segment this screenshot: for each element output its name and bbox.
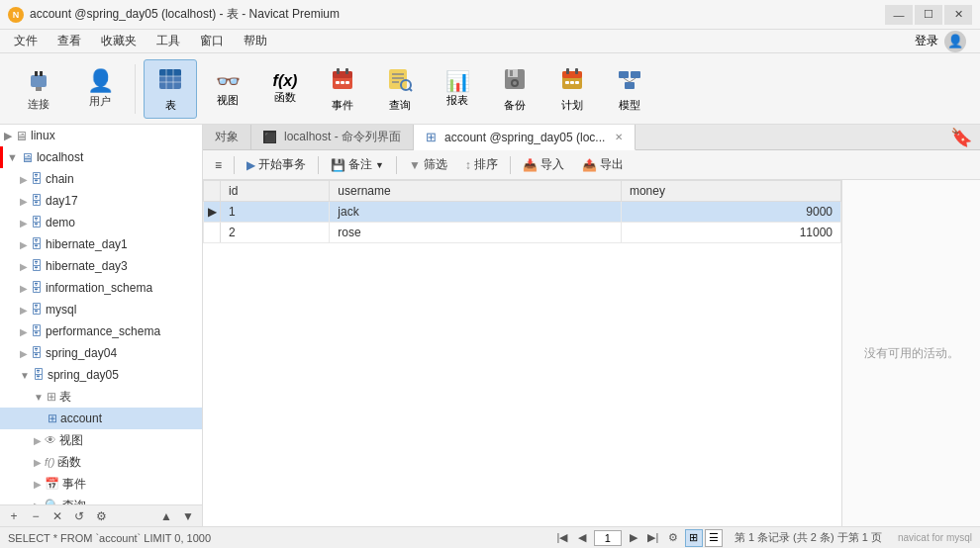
sidebar-item-hibernate-day1[interactable]: ▶ 🗄 hibernate_day1 xyxy=(0,233,202,255)
table-button[interactable]: 表 xyxy=(144,59,197,119)
remove-item-button[interactable]: − xyxy=(26,507,46,525)
last-page-button[interactable]: ▶| xyxy=(645,530,661,546)
sidebar-label-views: 视图 xyxy=(59,432,83,449)
import-button[interactable]: 📥 导入 xyxy=(517,154,570,175)
report-button[interactable]: 📊 报表 xyxy=(431,59,484,119)
sidebar-label-localhost: localhost xyxy=(37,150,83,164)
user-button[interactable]: 👤 用户 xyxy=(73,59,127,119)
backup-action-button[interactable]: 💾 备注 ▼ xyxy=(325,154,390,175)
view-button[interactable]: 👓 视图 xyxy=(201,59,254,119)
sidebar-item-hibernate-day3[interactable]: ▶ 🗄 hibernate_day3 xyxy=(0,255,202,277)
sidebar-item-mysql[interactable]: ▶ 🗄 mysql xyxy=(0,299,202,320)
table-header-row: id username money xyxy=(204,181,841,202)
sidebar-item-spring-day05[interactable]: ▼ 🗄 spring_day05 xyxy=(0,364,202,386)
sidebar-item-spring-day04[interactable]: ▶ 🗄 spring_day04 xyxy=(0,342,202,364)
svg-rect-16 xyxy=(345,81,349,84)
page-info: |◀ ◀ ▶ ▶| ⚙ ⊞ ☰ 第 1 条记录 (共 2 条) 于第 1 页 xyxy=(554,529,882,547)
sidebar-item-chain[interactable]: ▶ 🗄 chain xyxy=(0,168,202,190)
export-button[interactable]: 📤 导出 xyxy=(576,154,630,175)
settings-icon[interactable]: ⚙ xyxy=(665,530,681,546)
menu-view[interactable]: 查看 xyxy=(48,31,91,51)
sidebar-item-account[interactable]: ⊞ account xyxy=(0,408,202,429)
minimize-button[interactable]: — xyxy=(885,5,913,25)
sidebar-item-perf-schema[interactable]: ▶ 🗄 performance_schema xyxy=(0,320,202,342)
sidebar-label-hib3: hibernate_day3 xyxy=(46,259,128,273)
maximize-button[interactable]: ☐ xyxy=(915,5,942,25)
delete-item-button[interactable]: ✕ xyxy=(48,507,67,525)
th-money[interactable]: money xyxy=(621,181,840,202)
sidebar-item-demo[interactable]: ▶ 🗄 demo xyxy=(0,212,202,233)
menu-window[interactable]: 窗口 xyxy=(190,31,234,51)
sidebar-item-tables-group[interactable]: ▼ ⊞ 表 xyxy=(0,386,202,408)
hamburger-menu-button[interactable]: ≡ xyxy=(209,156,228,174)
sidebar-item-day17[interactable]: ▶ 🗄 day17 xyxy=(0,190,202,212)
menu-favorites[interactable]: 收藏夹 xyxy=(91,31,147,51)
th-indicator xyxy=(204,181,221,202)
action-bar: ≡ ▶ 开始事务 💾 备注 ▼ ▼ 筛选 ↕ 排序 xyxy=(203,150,980,180)
sidebar-item-localhost[interactable]: ▼ 🖥 localhost xyxy=(0,146,202,168)
tab-table[interactable]: ⊞ account @spring_day05 (loc... ✕ xyxy=(414,125,636,150)
right-panel-text: 没有可用的活动。 xyxy=(864,345,959,362)
svg-rect-30 xyxy=(566,68,569,74)
sidebar-item-queries[interactable]: ▶ 🔍 查询 xyxy=(0,495,202,504)
svg-rect-25 xyxy=(510,70,513,76)
sidebar-item-views[interactable]: ▶ 👁 视图 xyxy=(0,429,202,451)
th-username[interactable]: username xyxy=(330,181,622,202)
table-container[interactable]: id username money ▶ 1 jack 9000 xyxy=(203,180,841,526)
tab-bookmark-icon[interactable]: 🔖 xyxy=(950,127,972,148)
svg-line-22 xyxy=(409,88,412,91)
grid-view-button[interactable]: ⊞ xyxy=(685,529,703,547)
backup-button[interactable]: 备份 xyxy=(488,59,541,119)
tab-cmd[interactable]: ⬛ localhost - 命令列界面 xyxy=(251,125,414,149)
menu-file[interactable]: 文件 xyxy=(4,31,48,51)
th-id[interactable]: id xyxy=(221,181,330,202)
query-button[interactable]: 查询 xyxy=(373,59,427,119)
sidebar-item-linux[interactable]: ▶ 🖥 linux xyxy=(0,125,202,146)
day17-db-icon: 🗄 xyxy=(31,194,43,208)
scroll-up-button[interactable]: ▲ xyxy=(156,507,176,525)
tab-close-icon[interactable]: ✕ xyxy=(615,132,623,142)
table-row[interactable]: 2 rose 11000 xyxy=(204,223,841,243)
cell-id-1: 1 xyxy=(221,202,330,223)
begin-transaction-button[interactable]: ▶ 开始事务 xyxy=(241,154,312,175)
first-page-button[interactable]: |◀ xyxy=(554,530,570,546)
schedule-button[interactable]: 计划 xyxy=(545,59,599,119)
prev-page-button[interactable]: ◀ xyxy=(574,530,590,546)
connect-button[interactable]: 连接 xyxy=(8,59,69,119)
title-bar: N account @spring_day05 (localhost) - 表 … xyxy=(0,0,980,30)
sidebar-label-chain: chain xyxy=(46,172,74,186)
event-button[interactable]: 事件 xyxy=(316,59,369,119)
hib1-db-icon: 🗄 xyxy=(31,237,43,251)
settings-button[interactable]: ⚙ xyxy=(91,507,111,525)
sidebar-item-functions[interactable]: ▶ f() 函数 xyxy=(0,451,202,473)
refresh-button[interactable]: ↺ xyxy=(69,507,89,525)
toolbar-separator-1 xyxy=(135,64,136,114)
sidebar-label-demo: demo xyxy=(46,216,75,229)
model-button[interactable]: 模型 xyxy=(603,59,656,119)
filter-button[interactable]: ▼ 筛选 xyxy=(403,154,453,175)
sort-button[interactable]: ↕ 排序 xyxy=(459,154,504,175)
add-item-button[interactable]: + xyxy=(4,507,24,525)
sidebar-item-info-schema[interactable]: ▶ 🗄 information_schema xyxy=(0,277,202,299)
form-view-button[interactable]: ☰ xyxy=(705,529,723,547)
menu-tools[interactable]: 工具 xyxy=(147,31,190,51)
svg-rect-14 xyxy=(336,81,340,84)
sd04-db-icon: 🗄 xyxy=(31,346,43,360)
sidebar-wrapper: ▶ 🖥 linux ▼ 🖥 localhost ▶ 🗄 chain xyxy=(0,125,203,526)
localhost-expand-icon: ▼ xyxy=(4,151,18,163)
scroll-controls: ▲ ▼ xyxy=(156,507,198,525)
close-button[interactable]: ✕ xyxy=(944,5,972,25)
sidebar-item-events[interactable]: ▶ 📅 事件 xyxy=(0,473,202,495)
function-button[interactable]: f(x) 函数 xyxy=(258,59,312,119)
backup-label: 备份 xyxy=(504,98,526,113)
table-row[interactable]: ▶ 1 jack 9000 xyxy=(204,202,841,223)
sidebar-label-tables: 表 xyxy=(59,389,71,406)
page-number-input[interactable] xyxy=(594,530,622,546)
next-page-button[interactable]: ▶ xyxy=(626,530,641,546)
tab-object[interactable]: 对象 xyxy=(203,125,251,149)
svg-rect-17 xyxy=(389,69,407,89)
sidebar-bottom-toolbar: + − ✕ ↺ ⚙ ▲ ▼ xyxy=(0,504,202,526)
login-label[interactable]: 登录 xyxy=(915,33,938,49)
scroll-down-button[interactable]: ▼ xyxy=(178,507,198,525)
menu-help[interactable]: 帮助 xyxy=(234,31,277,51)
